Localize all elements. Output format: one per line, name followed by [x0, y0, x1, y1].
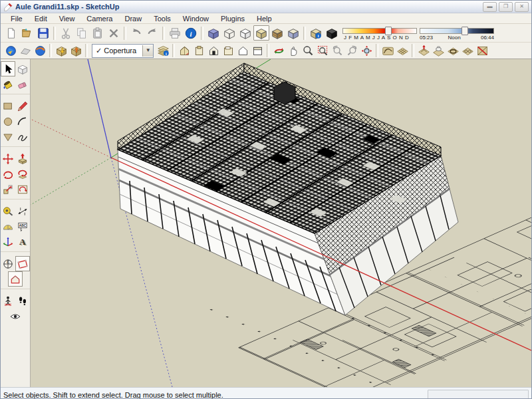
xray-style-button[interactable]	[205, 25, 221, 41]
dimension-tool[interactable]	[15, 203, 30, 219]
menu-plugins[interactable]: Plugins	[215, 15, 251, 23]
new-button[interactable]	[3, 25, 19, 41]
model-canvas[interactable]	[31, 59, 531, 387]
month-slider-track[interactable]	[342, 28, 417, 34]
get-models-button[interactable]	[54, 43, 68, 59]
cut-button[interactable]	[58, 25, 74, 41]
copy-button[interactable]	[74, 25, 90, 41]
layer-visible-check-icon: ✓	[92, 47, 104, 55]
eraser-tool[interactable]	[15, 76, 30, 92]
zoom-window-button[interactable]	[315, 43, 330, 59]
monochrome-style-button[interactable]	[285, 25, 301, 41]
menu-tools[interactable]: Tools	[148, 15, 177, 23]
push-pull-tool[interactable]	[15, 151, 30, 166]
previous-view-button[interactable]	[330, 43, 344, 59]
sandbox-drape-button[interactable]	[446, 43, 460, 59]
view-front-button[interactable]	[206, 43, 221, 59]
view-right-button[interactable]	[221, 43, 235, 59]
svg-text:i: i	[190, 29, 192, 37]
save-button[interactable]	[35, 25, 51, 41]
shaded-textures-style-button[interactable]	[269, 25, 285, 41]
menu-help[interactable]: Help	[251, 15, 278, 23]
follow-me-tool[interactable]	[15, 166, 30, 182]
tape-measure-tool[interactable]	[1, 203, 15, 219]
pan-button[interactable]	[286, 43, 301, 59]
svg-text:ABC: ABC	[19, 224, 27, 227]
view-back-button[interactable]	[250, 43, 265, 59]
offset-tool[interactable]	[15, 182, 30, 197]
toggle-terrain-button[interactable]	[18, 43, 33, 59]
minimize-button[interactable]: ▬	[483, 2, 497, 12]
polygon-tool[interactable]	[1, 129, 15, 144]
menu-edit[interactable]: Edit	[29, 15, 53, 23]
sandbox-add-detail-button[interactable]	[460, 43, 475, 59]
photo-textures-button[interactable]	[33, 43, 47, 59]
orbit-button[interactable]	[271, 43, 286, 59]
layers-dropdown[interactable]: ✓ Copertura ▼	[92, 44, 154, 58]
move-tool[interactable]	[1, 151, 15, 166]
shaded-style-button[interactable]	[253, 25, 269, 41]
paint-bucket-tool[interactable]	[1, 76, 15, 92]
shadow-time-slider[interactable]: 05:23 Noon 06:44	[420, 26, 494, 41]
menu-file[interactable]: File	[5, 15, 29, 23]
line-tool[interactable]	[15, 98, 30, 114]
wireframe-style-button[interactable]	[221, 25, 237, 41]
rectangle-tool[interactable]	[1, 98, 15, 114]
open-button[interactable]	[19, 25, 35, 41]
measurements-box[interactable]	[428, 390, 529, 399]
drawing-viewport[interactable]	[31, 59, 531, 387]
view-top-button[interactable]	[192, 43, 206, 59]
time-slider-thumb[interactable]	[462, 27, 468, 35]
view-iso-button[interactable]	[177, 43, 192, 59]
status-bar: Select objects. Shift to extend select. …	[1, 387, 531, 399]
time-slider-track[interactable]	[420, 28, 494, 34]
shadow-settings-button[interactable]: i	[308, 25, 324, 41]
menu-window[interactable]: Window	[177, 15, 215, 23]
sandbox-from-scratch-button[interactable]	[395, 43, 410, 59]
section-plane-tool[interactable]	[15, 256, 30, 271]
layers-dropdown-arrow-icon[interactable]: ▼	[142, 45, 153, 57]
layer-manager-button[interactable]: i	[156, 43, 170, 59]
undo-button[interactable]	[128, 25, 144, 41]
model-info-button[interactable]: i	[183, 25, 199, 41]
look-around-tool[interactable]	[8, 309, 23, 324]
share-model-button[interactable]	[68, 43, 83, 59]
text-tool[interactable]: ABC	[15, 219, 30, 234]
display-section-cuts-toggle[interactable]	[8, 271, 23, 287]
time-start-label: 05:23	[420, 35, 433, 41]
shadow-month-slider[interactable]: J F M A M J J A S O N D	[342, 26, 417, 41]
compass-tool[interactable]: C	[1, 256, 15, 271]
protractor-tool[interactable]	[1, 219, 15, 234]
zoom-button[interactable]	[301, 43, 315, 59]
circle-tool[interactable]	[1, 114, 15, 129]
sandbox-from-contours-button[interactable]	[380, 43, 395, 59]
close-button[interactable]: ✕	[515, 2, 529, 12]
toggle-shadows-button[interactable]	[324, 25, 340, 41]
select-tool[interactable]	[1, 61, 15, 76]
paste-button[interactable]	[90, 25, 106, 41]
restore-button[interactable]: ❐	[499, 2, 513, 12]
freehand-tool[interactable]	[15, 129, 30, 144]
zoom-extents-button[interactable]	[359, 43, 374, 59]
3d-text-tool[interactable]: AA	[15, 234, 30, 249]
sandbox-smoove-button[interactable]	[416, 43, 431, 59]
erase-button[interactable]	[106, 25, 122, 41]
position-camera-tool[interactable]	[1, 293, 15, 309]
menu-view[interactable]: View	[53, 15, 81, 23]
make-component-tool[interactable]	[15, 61, 30, 76]
sandbox-flip-edge-button[interactable]	[475, 43, 489, 59]
arc-tool[interactable]	[15, 114, 30, 129]
redo-button[interactable]	[144, 25, 160, 41]
print-button[interactable]	[167, 25, 183, 41]
view-left-button[interactable]	[235, 43, 250, 59]
menu-draw[interactable]: Draw	[118, 15, 148, 23]
hidden-line-style-button[interactable]	[237, 25, 253, 41]
axes-tool[interactable]	[1, 234, 15, 249]
scale-tool[interactable]	[1, 182, 15, 197]
rotate-tool[interactable]	[1, 166, 15, 182]
next-view-button[interactable]	[344, 43, 359, 59]
walk-tool[interactable]	[15, 293, 30, 309]
menu-camera[interactable]: Camera	[80, 15, 118, 23]
sandbox-stamp-button[interactable]	[431, 43, 446, 59]
add-location-button[interactable]	[3, 43, 18, 59]
